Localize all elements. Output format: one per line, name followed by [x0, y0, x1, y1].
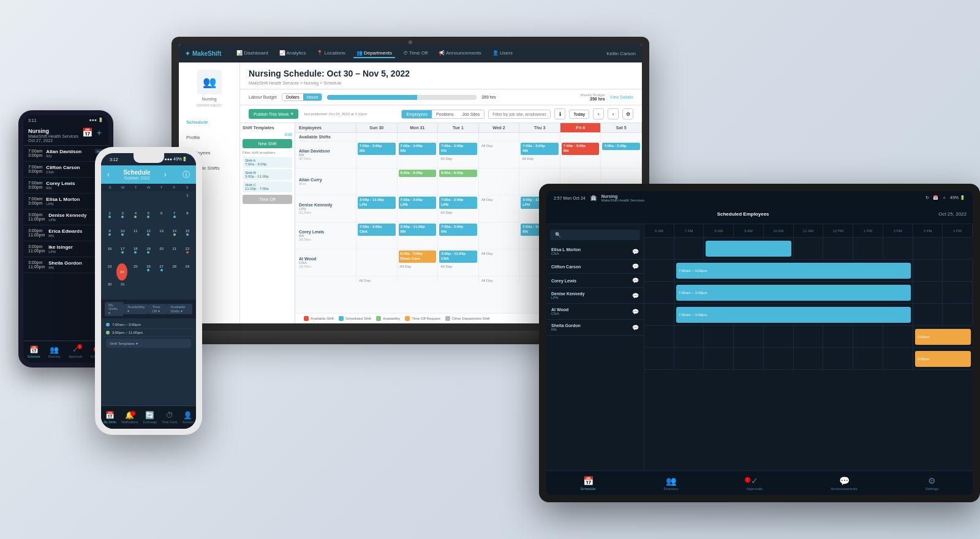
list-item[interactable]: Clifton Carson 💬 — [546, 260, 644, 274]
shift-block[interactable]: 6:00a - 3:00pDirect Care — [399, 251, 437, 263]
shift-block[interactable]: 7:00a - 3:00pRN — [358, 143, 396, 155]
shift-block[interactable]: 7:00a - 3:00pRN — [562, 143, 600, 155]
laptop-nav-user[interactable]: Kellin Carson — [606, 51, 636, 56]
chat-icon[interactable]: 💬 — [632, 277, 639, 284]
shift-block[interactable]: 7:00a - 3:00pRN — [439, 143, 477, 155]
nav-locations[interactable]: 📍 Locations — [314, 49, 348, 58]
tab-announcements[interactable]: 💬 Announcements — [831, 476, 857, 491]
filter-positions[interactable]: Positions — [432, 110, 458, 118]
cal-cell[interactable]: 17 — [116, 246, 129, 263]
publish-button[interactable]: Publish This Week ▾ — [249, 109, 298, 119]
cal-cell[interactable]: 1 — [181, 192, 194, 209]
tab-notifications[interactable]: 🔔 Notifications ! — [121, 411, 138, 424]
chat-icon[interactable]: 💬 — [632, 309, 639, 315]
nav-analytics[interactable]: 📈 Analytics — [276, 49, 309, 58]
cal-cell[interactable] — [168, 192, 181, 209]
cal-cell[interactable]: 12 — [142, 228, 154, 245]
sidebar-schedule[interactable]: Schedule — [179, 115, 239, 130]
calendar-icon[interactable]: 📅 — [82, 127, 92, 138]
cal-cell[interactable] — [142, 281, 154, 298]
cal-cell[interactable] — [129, 192, 141, 209]
filter-input[interactable] — [488, 110, 551, 119]
cal-cell[interactable]: 4 — [129, 210, 141, 227]
cal-cell[interactable]: 3 — [116, 210, 129, 227]
view-details-btn[interactable]: View Details — [610, 95, 633, 99]
nav-timeoff[interactable]: ⏱ Time Off — [400, 49, 431, 58]
shift-b-template[interactable]: Shift B3:00p - 11:00p — [243, 169, 292, 180]
tab-timeclock[interactable]: ⏱ Time Clock — [162, 411, 177, 424]
add-icon[interactable]: ＋ — [95, 127, 104, 138]
refresh-icon[interactable]: ↻ — [925, 195, 929, 200]
nav-departments[interactable]: 👥 Departments — [353, 49, 395, 58]
cal-cell[interactable]: 25 — [129, 263, 141, 281]
shift-block[interactable]: 6:00a - 9:00p — [399, 170, 437, 177]
schedule-cell-shift[interactable] — [704, 238, 793, 259]
cal-cell[interactable]: 21 — [168, 246, 181, 263]
time-off-filter[interactable]: Time Off ▾ — [148, 304, 167, 314]
tab-approvals[interactable]: ✓ Approvals 1 — [69, 345, 82, 358]
shift-block[interactable]: 7:00am – 3:00pm — [676, 285, 911, 301]
schedule-cell-shift[interactable]: 7:00am – 3:00pm — [674, 260, 913, 281]
tab-directory[interactable]: 👥 Directory — [48, 345, 61, 358]
schedule-cell-shift[interactable]: 3:00pm — [913, 326, 973, 347]
tab-exchange[interactable]: 🔄 Exchange — [143, 411, 157, 424]
cal-cell[interactable] — [116, 192, 129, 209]
cal-cell[interactable]: 13 — [156, 228, 168, 245]
cal-cell[interactable] — [129, 281, 141, 298]
tab-schedule[interactable]: 📅 Schedule — [28, 345, 40, 358]
cal-cell[interactable] — [181, 281, 194, 298]
shift-block[interactable]: 6:00a - 9:00p — [439, 170, 477, 177]
shift-block[interactable]: 7:00a - 3:00pCNA — [358, 224, 396, 236]
availability-filter[interactable]: Availability ▾ — [124, 304, 148, 314]
shift-block[interactable]: 3:00pm — [915, 329, 971, 345]
filter-jobsites[interactable]: Job Sites — [458, 110, 484, 118]
cal-cell[interactable]: 10 — [116, 228, 129, 245]
nav-announcements[interactable]: 📢 Announcements — [435, 49, 484, 58]
new-shift-button[interactable]: New Shift — [243, 139, 292, 148]
cal-cell[interactable] — [168, 281, 181, 298]
tab-hours[interactable]: Hours — [303, 94, 322, 100]
info-btn[interactable]: ℹ — [554, 108, 565, 119]
schedule-cell-shift[interactable]: 7:00am – 3:00pm — [674, 304, 913, 325]
tab-settings[interactable]: ⚙ Settings — [925, 476, 939, 491]
prev-month-btn[interactable]: ‹ — [107, 170, 110, 179]
schedule-cell-shift[interactable]: 3:00pm — [913, 348, 973, 369]
sidebar-profile[interactable]: Profile — [179, 130, 239, 145]
shift-block[interactable]: 3:00p - 11:00pLPN — [358, 197, 396, 209]
tab-directory[interactable]: 👥 Directory — [664, 476, 679, 491]
shift-block[interactable] — [706, 241, 791, 257]
cal-cell[interactable]: 26 — [142, 263, 154, 281]
chat-icon[interactable]: 💬 — [632, 325, 639, 331]
cal-cell[interactable]: 9 — [104, 228, 116, 245]
shift-block[interactable]: 7:00a - 3:00pRN — [521, 143, 559, 155]
cal-cell[interactable]: 6 — [156, 210, 168, 227]
cal-cell[interactable]: 2 — [104, 210, 116, 227]
shift-block[interactable]: 3:00pm — [915, 351, 971, 367]
nav-users[interactable]: 👤 Users — [489, 49, 516, 58]
nav-dashboard[interactable]: 📊 Dashboard — [233, 49, 271, 58]
next-btn[interactable]: › — [608, 108, 619, 119]
shift-block[interactable]: 7:00am – 3:00pm — [676, 307, 911, 323]
filter-employees[interactable]: Employees — [402, 110, 432, 118]
shift-block[interactable]: 7:00a - 3:00pRN — [439, 224, 477, 236]
shift-block[interactable]: 7:00a - 3:00pRN — [399, 143, 437, 155]
list-item[interactable]: Sheila Gordon RN 💬 — [546, 320, 644, 336]
list-item[interactable]: 7:00am – 3:00pm — [104, 321, 194, 329]
cal-cell[interactable] — [156, 281, 168, 298]
shift-template-item[interactable]: Shift Templates ▾ — [106, 339, 191, 348]
available-shifts-filter[interactable]: Available Shifts ▾ — [167, 304, 192, 314]
info-circle-icon[interactable]: ⓘ — [183, 170, 190, 180]
cal-cell[interactable]: 16 — [104, 246, 116, 263]
cal-cell[interactable]: 28 — [168, 263, 181, 281]
next-month-btn[interactable]: › — [164, 170, 167, 179]
shift-block[interactable]: 7:00am – 3:00pm — [676, 263, 911, 279]
tab-dollars[interactable]: Dollars — [282, 94, 303, 100]
shift-block[interactable]: 3:00p - 11:00pCNA — [439, 251, 477, 263]
cal-cell[interactable]: 31 — [116, 281, 129, 298]
shift-block[interactable]: 7:00a - 3:00pLPN — [399, 197, 437, 209]
cal-cell[interactable] — [142, 192, 154, 209]
cal-cell[interactable]: 29 — [181, 263, 194, 281]
cal-cell[interactable]: 23 — [104, 263, 116, 281]
cal-cell-today[interactable]: 24 — [116, 263, 127, 281]
cal-cell[interactable] — [156, 192, 168, 209]
